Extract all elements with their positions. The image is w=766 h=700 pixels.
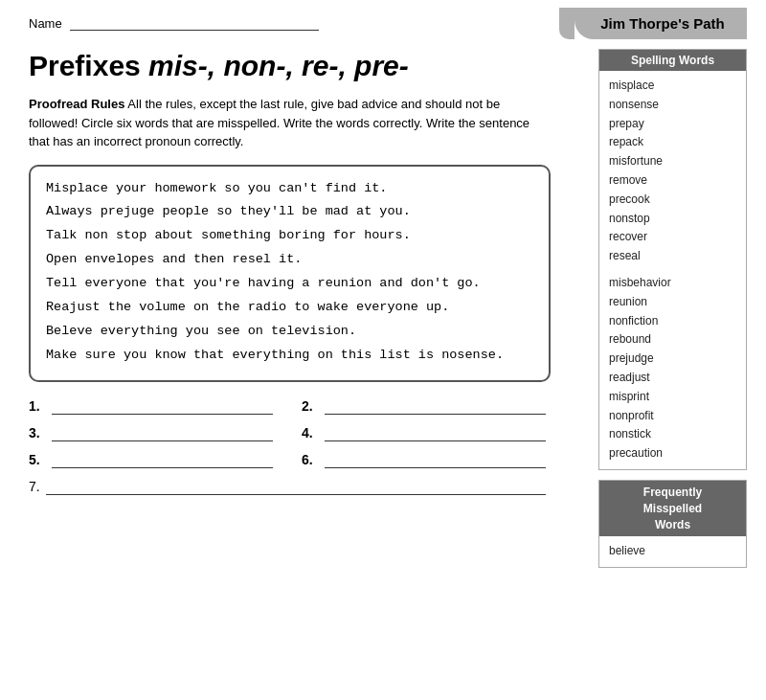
freq-misspelled-header: Frequently Misspelled Words bbox=[599, 481, 746, 536]
freq-word-1: believe bbox=[609, 542, 736, 561]
sw-6: remove bbox=[609, 171, 736, 191]
sw-4: repack bbox=[609, 133, 736, 152]
freq-header-line1: Frequently bbox=[605, 485, 740, 501]
name-line: Name bbox=[29, 11, 319, 31]
answer-item-1: 1. bbox=[29, 397, 273, 415]
answer-row-7: 7. bbox=[29, 478, 546, 495]
answer-row-2: 3. 4. bbox=[29, 424, 546, 441]
sw-11: misbehavior bbox=[609, 274, 736, 293]
sw-2: nonsense bbox=[609, 96, 736, 115]
spelling-words-header: Spelling Words bbox=[599, 50, 746, 71]
rule-8: Make sure you know that everything on th… bbox=[46, 345, 533, 367]
instructions-bold: Proofread Rules bbox=[29, 97, 124, 111]
sw-7: precook bbox=[609, 191, 736, 210]
sw-18: nonprofit bbox=[609, 407, 736, 426]
sw-17: misprint bbox=[609, 388, 736, 407]
title-plain: Prefixes bbox=[29, 50, 148, 81]
left-content: Prefixes mis-, non-, re-, pre- Proofread… bbox=[29, 49, 583, 568]
sw-12: reunion bbox=[609, 293, 736, 312]
answer-row-3: 5. 6. bbox=[29, 451, 546, 468]
rules-box: Misplace your homework so you can't find… bbox=[29, 165, 551, 383]
rule-7: Beleve everything you see on television. bbox=[46, 321, 533, 343]
freq-misspelled-box: Frequently Misspelled Words believe bbox=[598, 480, 747, 568]
sw-spacer bbox=[609, 266, 736, 274]
sw-15: prejudge bbox=[609, 350, 736, 369]
rule-2: Always prejuge people so they'll be mad … bbox=[46, 201, 533, 223]
sw-19: nonstick bbox=[609, 425, 736, 444]
freq-header-line3: Words bbox=[605, 517, 740, 533]
answer-line-3 bbox=[52, 424, 273, 441]
sw-13: nonfiction bbox=[609, 312, 736, 331]
rule-6: Reajust the volume on the radio to wake … bbox=[46, 297, 533, 319]
answer-num-7: 7. bbox=[29, 479, 40, 494]
answer-line-5 bbox=[52, 451, 273, 468]
answer-lines: 1. 2. 3. 4. 5. bbox=[29, 397, 546, 495]
freq-header-line2: Misspelled bbox=[605, 501, 740, 517]
answer-line-1 bbox=[52, 397, 273, 415]
rule-5: Tell everyone that you're having a reuni… bbox=[46, 273, 533, 295]
spelling-words-list: misplace nonsense prepay repack misfortu… bbox=[599, 71, 746, 469]
right-sidebar: Spelling Words misplace nonsense prepay … bbox=[598, 49, 747, 568]
answer-num-4: 4. bbox=[302, 425, 319, 440]
page-heading: Prefixes mis-, non-, re-, pre- bbox=[29, 49, 583, 83]
answer-item-2: 2. bbox=[302, 397, 546, 415]
page-title-tab: Jim Thorpe's Path bbox=[574, 8, 747, 39]
sw-14: rebound bbox=[609, 330, 736, 350]
sw-1: misplace bbox=[609, 77, 736, 96]
rule-3: Talk non stop about something boring for… bbox=[46, 225, 533, 247]
answer-line-7 bbox=[46, 478, 546, 495]
answer-num-3: 3. bbox=[29, 425, 46, 440]
header: Name Jim Thorpe's Path bbox=[0, 0, 766, 39]
answer-line-4 bbox=[325, 424, 546, 441]
page-title-text: Jim Thorpe's Path bbox=[600, 15, 724, 32]
sw-9: recover bbox=[609, 228, 736, 247]
freq-misspelled-list: believe bbox=[599, 536, 746, 567]
answer-line-6 bbox=[325, 451, 546, 468]
answer-item-6: 6. bbox=[302, 451, 546, 468]
sw-20: precaution bbox=[609, 444, 736, 463]
main-layout: Prefixes mis-, non-, re-, pre- Proofread… bbox=[0, 39, 766, 577]
title-italic: mis-, non-, re-, pre- bbox=[148, 50, 409, 81]
name-label: Name bbox=[29, 16, 62, 31]
answer-num-1: 1. bbox=[29, 398, 46, 414]
answer-item-3: 3. bbox=[29, 424, 273, 441]
answer-num-2: 2. bbox=[302, 398, 319, 414]
instructions: Proofread Rules All the rules, except th… bbox=[29, 95, 536, 151]
answer-item-5: 5. bbox=[29, 451, 273, 468]
answer-num-6: 6. bbox=[302, 452, 319, 467]
sw-16: readjust bbox=[609, 369, 736, 388]
sw-5: misfortune bbox=[609, 152, 736, 171]
spelling-words-box: Spelling Words misplace nonsense prepay … bbox=[598, 49, 747, 470]
answer-line-2 bbox=[325, 397, 546, 415]
rule-4: Open envelopes and then resel it. bbox=[46, 249, 533, 271]
answer-row-1: 1. 2. bbox=[29, 397, 546, 415]
sw-3: prepay bbox=[609, 115, 736, 134]
rule-1: Misplace your homework so you can't find… bbox=[46, 178, 533, 200]
answer-num-5: 5. bbox=[29, 452, 46, 467]
sw-10: reseal bbox=[609, 247, 736, 266]
answer-item-4: 4. bbox=[302, 424, 546, 441]
sw-8: nonstop bbox=[609, 210, 736, 229]
name-underline bbox=[70, 15, 319, 31]
